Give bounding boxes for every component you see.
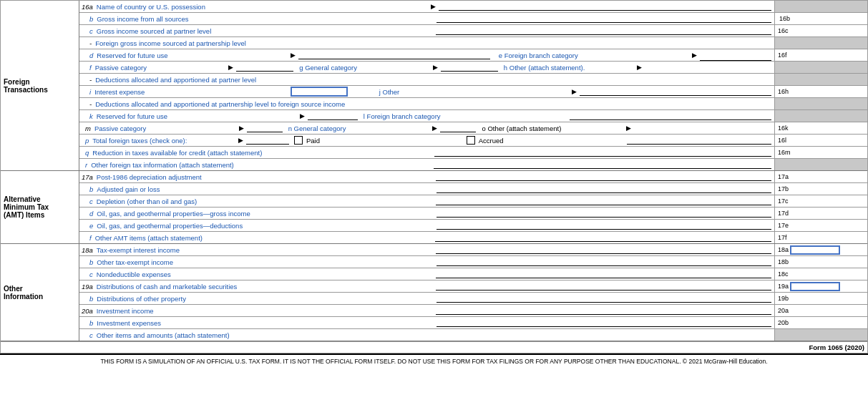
row-16n-label: n General category: [286, 124, 433, 133]
row-16f-passive-desc: Passive category: [94, 63, 229, 72]
row-17b-desc: Adjusted gain or loss: [95, 185, 433, 194]
row-18a: 18a Tax-exempt interest income 18a: [79, 244, 867, 256]
disclaimer-text: THIS FORM IS A SIMULATION OF AN OFFICIAL…: [3, 358, 865, 365]
row-16-deductions-partner: - Deductions allocated and apportioned a…: [79, 74, 867, 86]
row-16g-arrow: ▶: [433, 64, 438, 71]
row-16q-letter: q: [79, 148, 91, 157]
row-17c-right: 17c: [774, 195, 867, 207]
row-16p-arrow: ▶: [238, 137, 243, 144]
row-17c: c Depletion (other than oil and gas) 17c: [79, 195, 867, 208]
row-16m-right: 16k: [774, 122, 867, 134]
row-17b: b Adjusted gain or loss 17b: [79, 183, 867, 195]
row-17e-letter: e: [79, 221, 95, 230]
row-16a-number: 16a: [79, 2, 95, 11]
row-20a-number: 20a: [79, 306, 95, 316]
row-19a-right[interactable]: 19a: [774, 280, 867, 292]
row-16l-label: l Foreign branch category: [361, 112, 567, 121]
row-16b-letter: b: [79, 14, 95, 24]
row-16-deductions-partner-right: [774, 74, 867, 85]
row-16-foreign-gross-desc: Foreign gross income sourced at partners…: [94, 39, 435, 48]
paid-checkbox[interactable]: [294, 136, 303, 145]
row-16h-arrow: ▶: [637, 64, 642, 71]
row-16f-letter: f: [79, 63, 94, 72]
row-16k: k Reserved for future use ▶ l Foreign br…: [79, 110, 867, 122]
row-17a-desc: Post-1986 depreciation adjustment: [95, 172, 434, 182]
row-16j-label: j Other: [351, 87, 572, 97]
row-16-foreign-gross-right: [774, 37, 867, 49]
row-19b-right: 19b: [774, 293, 867, 304]
row-16c-letter: c: [79, 26, 95, 36]
row-19a: 19a Distributions of cash and marketable…: [79, 280, 867, 293]
row-17e-right: 17e: [774, 220, 867, 231]
row-19a-input[interactable]: [790, 282, 840, 291]
form-number-row: Form 1065 (2020): [1, 341, 867, 353]
row-16c-desc: Gross income sourced at partner level: [95, 26, 434, 36]
row-18b-right: 18b: [774, 256, 867, 268]
row-16-foreign-gross: - Foreign gross income sourced at partne…: [79, 37, 867, 49]
row-16p-accrued: Accrued: [477, 136, 625, 145]
row-20a-desc: Investment income: [95, 306, 434, 316]
row-16c-right: 16c: [774, 25, 867, 36]
row-20a: 20a Investment income 20a: [79, 305, 867, 317]
row-17d-desc: Oil, gas, and geothermal properties—gros…: [95, 209, 433, 218]
row-19a-code: 19a: [778, 283, 789, 290]
row-17e: e Oil, gas, and geothermal properties—de…: [79, 220, 867, 232]
row-16i-input[interactable]: [291, 87, 348, 97]
row-16k-arrow: ▶: [300, 112, 305, 119]
row-16m: m Passive category ▶ n General category …: [79, 122, 867, 135]
row-16f-arrow: ▶: [228, 64, 233, 71]
foreign-transactions-content: 16a Name of country or U.S. possession ▶…: [79, 1, 867, 170]
row-16-dash2: -: [79, 75, 94, 84]
row-16f-passive: f Passive category ▶ g General category …: [79, 62, 867, 74]
row-17a-right: 17a: [774, 171, 867, 182]
row-18c-letter: c: [79, 270, 95, 279]
row-16r-desc: Other foreign tax information (attach st…: [89, 160, 430, 170]
accrued-checkbox[interactable]: [467, 136, 475, 145]
row-16r-letter: r: [79, 160, 89, 170]
row-17c-letter: c: [79, 197, 95, 206]
row-20b-desc: Investment expenses: [95, 318, 433, 328]
row-18a-input[interactable]: [790, 245, 840, 255]
row-20a-right: 20a: [774, 305, 867, 316]
row-18a-right[interactable]: 18a: [774, 244, 867, 255]
row-16-deductions-partner-desc: Deductions allocated and apportioned at …: [94, 75, 435, 84]
other-info-label: Other Information: [1, 244, 79, 341]
form-number: Form 1065 (2020): [809, 343, 864, 351]
row-16q-right: 16m: [774, 147, 867, 158]
row-16p: p Total foreign taxes (check one): ▶ Pai…: [79, 135, 867, 147]
row-19a-desc: Distributions of cash and marketable sec…: [95, 282, 434, 291]
row-20c-letter: c: [79, 331, 95, 340]
row-16i-letter: i: [79, 87, 93, 97]
row-16d-right: 16f: [774, 49, 867, 61]
row-16-deductions-partnership-right: [774, 98, 867, 109]
amt-content: 17a Post-1986 depreciation adjustment 17…: [79, 171, 867, 243]
row-16a: 16a Name of country or U.S. possession ▶: [79, 1, 867, 13]
row-18b-letter: b: [79, 258, 95, 267]
row-16n-arrow: ▶: [432, 125, 437, 132]
row-16-dash: -: [79, 39, 94, 48]
row-17f: f Other AMT items (attach statement) 17f: [79, 232, 867, 243]
row-18a-number: 18a: [79, 245, 95, 255]
row-16e-label: e Foreign branch category: [493, 51, 692, 60]
row-16m-letter: m: [79, 124, 93, 133]
row-18c-desc: Nondeductible expenses: [95, 270, 434, 279]
row-18c: c Nondeductible expenses 18c: [79, 268, 867, 280]
row-17f-desc: Other AMT items (attach statement): [94, 233, 433, 243]
row-20c-desc: Other items and amounts (attach statemen…: [95, 331, 437, 340]
row-19b: b Distributions of other property 19b: [79, 293, 867, 305]
row-17f-right: 17f: [774, 232, 867, 243]
row-16c: c Gross income sourced at partner level …: [79, 25, 867, 37]
row-20b: b Investment expenses 20b: [79, 317, 867, 329]
row-18c-right: 18c: [774, 268, 867, 280]
row-16i-right: 16h: [774, 86, 867, 97]
row-17d-right: 17d: [774, 208, 867, 219]
row-16b-right: 16b: [774, 13, 867, 24]
row-16i-desc: Interest expense: [93, 87, 288, 97]
row-16d-arrow: ▶: [291, 52, 296, 59]
row-16m-arrow: ▶: [239, 125, 244, 132]
row-20c-right: [774, 329, 867, 341]
row-17e-desc: Oil, gas, and geothermal properties—dedu…: [95, 221, 433, 230]
row-18b: b Other tax-exempt income 18b: [79, 256, 867, 268]
row-16k-letter: k: [79, 112, 95, 121]
row-16q: q Reduction in taxes available for credi…: [79, 147, 867, 159]
